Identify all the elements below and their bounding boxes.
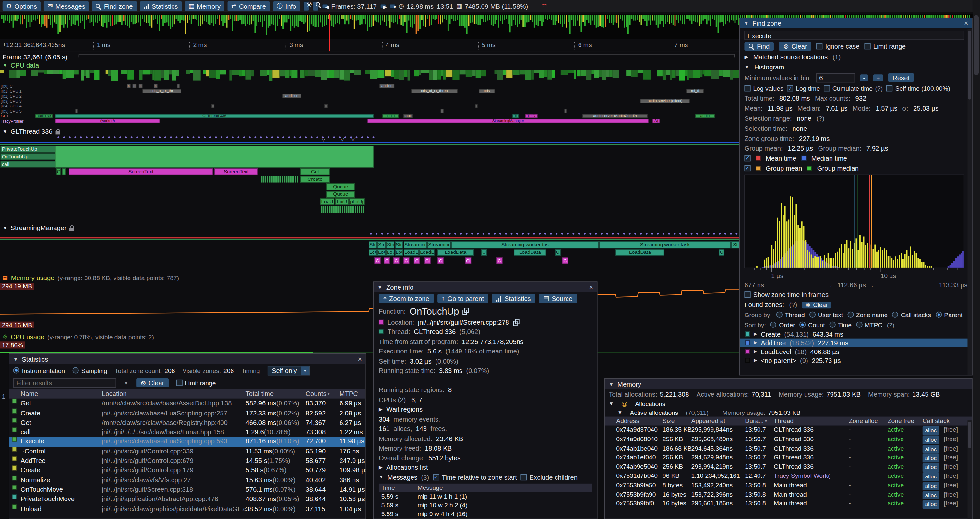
allocation-row[interactable]: 0x7531d7b04096 KB1:10 234,952,16112:40.7…	[605, 472, 972, 481]
checkbox-cumulate-time[interactable]: Cumulate time(?)	[824, 85, 883, 91]
message-marker-dot[interactable]	[629, 233, 631, 235]
timeline-zone[interactable]: LoadDaU	[419, 249, 434, 256]
radio-circle[interactable]	[776, 311, 783, 318]
timeline-zone[interactable]: GLThread 336	[55, 114, 374, 118]
glthread-header[interactable]: ▼ GLThread 336	[3, 128, 60, 135]
statistics-titlebar[interactable]: ▼ Statistics ×	[10, 354, 366, 364]
message-marker-dot[interactable]	[471, 233, 473, 235]
checkbox-exclude-children[interactable]: Exclude children	[521, 473, 578, 481]
clear-button[interactable]: ⊗ Clear	[779, 42, 811, 51]
message-mark[interactable]: Ci	[425, 257, 431, 264]
timeline-zone[interactable]: Streaming	[427, 241, 450, 248]
timeline-zone[interactable]: LoU	[377, 249, 386, 256]
message-marker-dot[interactable]	[539, 233, 541, 235]
timeline-zone[interactable]: A)	[652, 119, 660, 123]
find-zone-titlebar[interactable]: ▼ Find zone ×	[740, 18, 972, 28]
timeline-zone[interactable]	[211, 104, 214, 108]
message-marker-dot[interactable]	[370, 233, 372, 235]
table-row[interactable]: Executejni/../jni/src/claw/base/LuaScrip…	[10, 437, 366, 446]
checkbox-limit-range[interactable]: Limit range	[865, 43, 906, 50]
memory-usage-header[interactable]: ▦ Memory usage (y-range: 30.88 KB, visib…	[3, 274, 179, 281]
message-marker-dot[interactable]	[443, 233, 445, 235]
timeline-zone[interactable]: Strea	[386, 241, 395, 248]
allocations-list-toggle[interactable]: ▶Allocations list	[374, 463, 597, 472]
timeline-zone[interactable]: mi_ti	[686, 89, 704, 93]
message-marker-dot[interactable]	[392, 233, 395, 235]
timeline-zone[interactable]: cds	[479, 89, 495, 93]
alloc-callstack-button[interactable]: alloc	[923, 482, 939, 490]
table-row[interactable]: calljni/../jni/../../../src/claw/base/Lu…	[10, 428, 366, 437]
cpu-data-header[interactable]: ▼ CPU data	[3, 61, 39, 69]
radio-group-call-stacks[interactable]: Call stacks	[892, 311, 931, 318]
radio-circle[interactable]	[935, 311, 942, 318]
message-marker-dot[interactable]	[719, 233, 721, 235]
timeline-zone[interactable]: LoadDaU	[404, 249, 418, 256]
message-mark[interactable]: C	[403, 257, 409, 264]
radio-sort-mtpc[interactable]: MTPC	[856, 321, 883, 328]
message-mark[interactable]: C	[438, 257, 444, 264]
message-marker-dot[interactable]	[438, 233, 439, 235]
message-marker-dot[interactable]	[511, 233, 513, 235]
main-scrollbar[interactable]	[972, 0, 980, 519]
expand-icon[interactable]: ▶	[754, 358, 757, 363]
close-icon[interactable]: ×	[589, 283, 593, 291]
timeline-zone[interactable]	[261, 176, 299, 183]
timeline-zone[interactable]: ε	[154, 84, 158, 88]
chevron-down-icon[interactable]: ▼	[301, 366, 309, 374]
min-bin-increase-button[interactable]: +	[873, 74, 883, 81]
alloc-callstack-button[interactable]: alloc	[923, 426, 939, 434]
radio-sort-time[interactable]: Time	[829, 321, 851, 328]
timeline-zone[interactable]: Create	[300, 176, 330, 183]
message-marker-dot[interactable]	[634, 233, 636, 235]
allocation-row[interactable]: 0x7553b9fa508 bytes153,492,240ns13:50.8M…	[605, 481, 972, 490]
message-marker-dot[interactable]	[449, 233, 451, 235]
allocation-row[interactable]: 0x74a9d37040186.35 KB295,999,844ns13:50.…	[605, 426, 972, 435]
cpu-usage-header[interactable]: ⚙ CPU usage (y-range: 0.78%, visible dat…	[3, 333, 154, 340]
source-button[interactable]: ▤Source	[539, 294, 577, 303]
timeline-zone[interactable]: LoiU	[335, 198, 348, 205]
message-marker-dot[interactable]	[584, 233, 585, 235]
timeline-zone[interactable]: Streaming worker task	[599, 241, 730, 248]
message-marker-dot[interactable]	[702, 233, 704, 235]
timeline-zone[interactable]: U	[481, 249, 487, 256]
timeline-zone[interactable]: ε	[139, 84, 143, 88]
table-row[interactable]: AddTreejni/../jni/src/guif/Control.cpp:6…	[10, 456, 366, 465]
message-marker-dot[interactable]	[432, 233, 434, 235]
allocation-row[interactable]: 0x7553b9fbf016 bytes296,661,186ns13:50.8…	[605, 500, 972, 509]
zoom-to-zone-button[interactable]: ⌖Zoom to zone	[379, 294, 434, 303]
alloc-free-link[interactable]: [free]	[944, 434, 958, 444]
collapsed-zone-marker[interactable]: ▽	[351, 137, 355, 142]
radio-sort-order[interactable]: Order	[770, 321, 795, 328]
column-header[interactable]: Size	[662, 417, 675, 426]
alloc-free-link[interactable]: [free]	[944, 444, 958, 454]
collapse-icon[interactable]: ▼	[377, 284, 382, 290]
checkbox-box[interactable]: ✓	[744, 155, 750, 161]
message-marker-dot[interactable]	[500, 233, 501, 235]
alloc-free-link[interactable]: [free]	[944, 463, 958, 472]
radio-group-parent[interactable]: Parent	[935, 311, 963, 318]
collapse-icon[interactable]: ▼	[609, 401, 614, 406]
timeline-zone[interactable]: Streaming	[404, 241, 427, 248]
toolbar-button-statistics[interactable]: Statistics	[140, 1, 181, 11]
radio-circle[interactable]	[847, 311, 854, 318]
collapse-icon[interactable]: ▼	[617, 409, 622, 415]
table-row[interactable]: Unloadjni/../jni/src/claw/graphics/pixel…	[10, 504, 366, 514]
message-marker-dot[interactable]	[494, 233, 496, 235]
radio-circle[interactable]	[856, 322, 862, 328]
collapsed-zone-marker[interactable]: ▽	[322, 137, 325, 142]
message-marker-dot[interactable]	[685, 233, 687, 235]
message-row[interactable]: 5.59 smip 9 w 4 h 4 (16)	[379, 509, 592, 518]
timeline-zone[interactable]: Queue	[326, 191, 355, 198]
message-mark[interactable]: Ci	[465, 257, 471, 264]
radio-group-thread[interactable]: Thread	[776, 311, 805, 318]
checkbox-time-relative[interactable]: ✓Time relative to zone start	[433, 473, 517, 481]
message-marker-dot[interactable]	[674, 233, 676, 235]
message-marker-dot[interactable]	[398, 233, 400, 235]
allocation-row[interactable]: 0x74ab1be040186.68 KB294,645,364ns13:50.…	[605, 444, 972, 454]
message-marker-dot[interactable]	[409, 233, 411, 235]
message-marker-dot[interactable]	[601, 233, 603, 235]
radio-instrumentation[interactable]: Instrumentation	[13, 367, 65, 374]
min-bin-input[interactable]	[816, 73, 855, 83]
found-group-row[interactable]: ▶AddTree(18,542)227.19 ms	[740, 339, 972, 347]
checkbox-log-time[interactable]: ✓Log time	[787, 85, 820, 91]
